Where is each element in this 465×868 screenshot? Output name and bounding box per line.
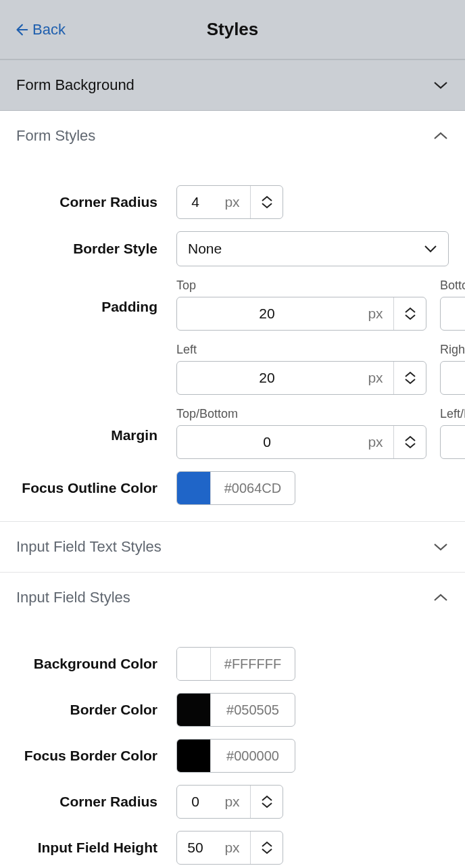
section-form-background[interactable]: Form Background — [0, 59, 465, 111]
color-hex-value[interactable]: #050505 — [211, 694, 295, 726]
input-corner-radius-input[interactable] — [177, 786, 214, 818]
stepper-buttons[interactable] — [393, 362, 426, 394]
stepper-buttons[interactable] — [250, 786, 283, 818]
color-hex-value[interactable]: #FFFFFF — [211, 648, 295, 680]
padding-bottom-input[interactable] — [441, 297, 465, 330]
section-input-styles[interactable]: Input Field Styles — [0, 573, 465, 623]
back-arrow-icon — [14, 22, 28, 37]
chevron-up-icon — [261, 795, 273, 802]
row-corner-radius: Corner Radius px — [16, 185, 449, 219]
border-color-picker[interactable]: #050505 — [176, 693, 295, 727]
section-form-styles-body: Corner Radius px Border Style None Paddi… — [0, 161, 465, 522]
input-height-input[interactable] — [177, 831, 214, 864]
padding-top-input[interactable] — [177, 297, 357, 330]
section-form-styles[interactable]: Form Styles — [0, 111, 465, 161]
back-label: Back — [32, 21, 66, 39]
section-input-text-styles[interactable]: Input Field Text Styles — [0, 522, 465, 573]
chevron-up-icon — [404, 435, 416, 442]
row-focus-border-color: Focus Border Color #000000 — [16, 739, 449, 773]
chevron-down-icon — [404, 442, 416, 449]
row-input-corner-radius: Corner Radius px — [16, 785, 449, 819]
label-corner-radius: Corner Radius — [16, 194, 176, 210]
label-input-corner-radius: Corner Radius — [16, 794, 176, 810]
chevron-up-icon — [433, 128, 449, 144]
label-input-height: Input Field Height — [16, 840, 176, 856]
label-focus-border-color: Focus Border Color — [16, 748, 176, 764]
focus-outline-color-picker[interactable]: #0064CD — [176, 471, 295, 505]
corner-radius-input[interactable] — [177, 186, 214, 218]
chevron-down-icon — [261, 848, 273, 854]
margin-lr-input[interactable] — [441, 426, 465, 458]
chevron-up-icon — [261, 195, 273, 202]
row-border-style: Border Style None — [16, 231, 449, 266]
sublabel-left: Left — [176, 343, 426, 357]
color-swatch[interactable] — [177, 694, 211, 726]
row-focus-outline-color: Focus Outline Color #0064CD — [16, 471, 449, 505]
section-title: Input Field Styles — [16, 589, 130, 606]
focus-border-color-picker[interactable]: #000000 — [176, 739, 295, 773]
label-focus-outline-color: Focus Outline Color — [16, 480, 176, 496]
margin-lr-stepper[interactable]: px — [440, 425, 465, 459]
chevron-down-icon — [404, 378, 416, 385]
chevron-down-icon — [404, 314, 416, 320]
input-height-stepper[interactable]: px — [176, 831, 283, 865]
section-title: Form Styles — [16, 127, 95, 145]
margin-tb-input[interactable] — [177, 426, 357, 458]
padding-left-stepper[interactable]: px — [176, 361, 426, 395]
unit-label: px — [214, 831, 250, 864]
sublabel-bottom: Bottom — [440, 279, 465, 293]
color-swatch[interactable] — [177, 740, 211, 772]
background-color-picker[interactable]: #FFFFFF — [176, 647, 295, 681]
section-title: Form Background — [16, 76, 134, 94]
corner-radius-stepper[interactable]: px — [176, 185, 283, 219]
color-swatch[interactable] — [177, 648, 211, 680]
stepper-buttons[interactable] — [250, 186, 283, 218]
section-input-styles-body: Background Color #FFFFFF Border Color #0… — [0, 623, 465, 868]
section-title: Input Field Text Styles — [16, 538, 162, 556]
border-style-value: None — [188, 241, 222, 257]
color-hex-value[interactable]: #0064CD — [211, 472, 295, 504]
chevron-up-icon — [404, 307, 416, 314]
chevron-up-icon — [404, 371, 416, 378]
sublabel-top: Top — [176, 279, 426, 293]
chevron-up-icon — [261, 841, 273, 848]
unit-label: px — [357, 426, 393, 458]
chevron-down-icon — [433, 77, 449, 93]
stepper-buttons[interactable] — [250, 831, 283, 864]
row-input-height: Input Field Height px — [16, 831, 449, 865]
chevron-down-icon — [424, 245, 437, 253]
unit-label: px — [357, 362, 393, 394]
sublabel-margin-lr: Left/Right — [440, 407, 465, 421]
row-background-color: Background Color #FFFFFF — [16, 647, 449, 681]
margin-tb-stepper[interactable]: px — [176, 425, 426, 459]
panel-header: Back Styles — [0, 0, 465, 59]
stepper-buttons[interactable] — [393, 297, 426, 330]
padding-right-input[interactable] — [441, 362, 465, 394]
unit-label: px — [357, 297, 393, 330]
unit-label: px — [214, 786, 250, 818]
back-button[interactable]: Back — [14, 21, 66, 39]
stepper-buttons[interactable] — [393, 426, 426, 458]
label-background-color: Background Color — [16, 656, 176, 672]
sublabel-right: Right — [440, 343, 465, 357]
chevron-down-icon — [261, 202, 273, 209]
row-padding-left-right: Left px Right px — [16, 343, 449, 395]
label-border-color: Border Color — [16, 702, 176, 718]
chevron-up-icon — [433, 589, 449, 606]
padding-left-input[interactable] — [177, 362, 357, 394]
page-title: Styles — [0, 19, 465, 40]
label-margin: Margin — [16, 427, 176, 443]
border-style-select[interactable]: None — [176, 231, 449, 266]
chevron-down-icon — [261, 802, 273, 809]
padding-right-stepper[interactable]: px — [440, 361, 465, 395]
sublabel-margin-tb: Top/Bottom — [176, 407, 426, 421]
unit-label: px — [214, 186, 250, 218]
row-padding-top-bottom: Padding Top px Bottom px — [16, 279, 449, 331]
label-padding: Padding — [16, 299, 176, 315]
input-corner-radius-stepper[interactable]: px — [176, 785, 283, 819]
padding-top-stepper[interactable]: px — [176, 297, 426, 331]
padding-bottom-stepper[interactable]: px — [440, 297, 465, 331]
color-swatch[interactable] — [177, 472, 211, 504]
color-hex-value[interactable]: #000000 — [211, 740, 295, 772]
chevron-down-icon — [433, 539, 449, 555]
